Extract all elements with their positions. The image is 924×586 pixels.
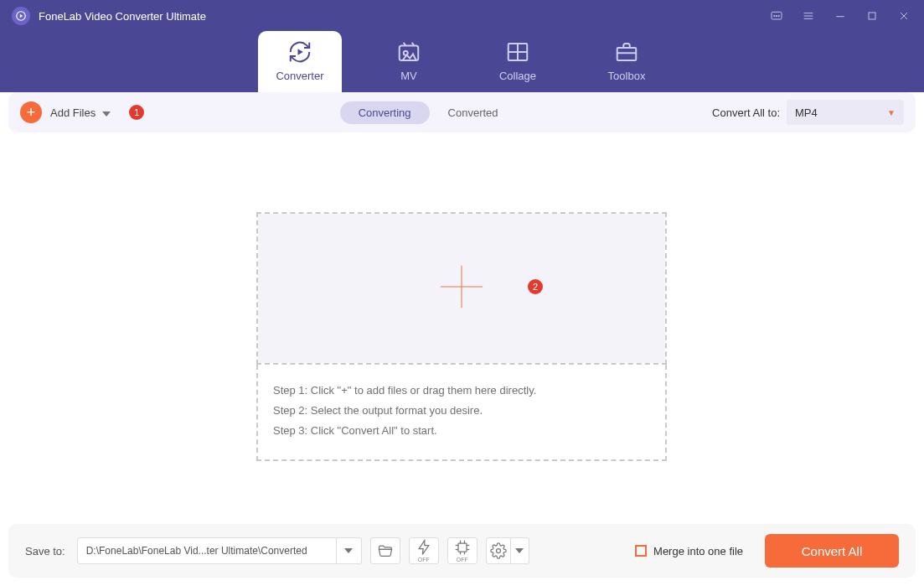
settings-button[interactable] — [486, 537, 511, 564]
feedback-icon[interactable] — [770, 9, 783, 23]
save-path-dropdown[interactable] — [337, 537, 362, 564]
checkbox-icon — [635, 545, 647, 557]
annotation-badge-1: 1 — [129, 105, 144, 120]
nav-collage-label: Collage — [499, 70, 536, 82]
collage-icon — [505, 39, 530, 65]
svg-point-5 — [778, 15, 779, 16]
convert-all-to-label: Convert All to: — [712, 106, 780, 119]
title-bar: FoneLab Video Converter Ultimate — [0, 0, 924, 32]
nav-converter[interactable]: Converter — [258, 31, 342, 92]
converter-icon — [287, 39, 312, 65]
plus-icon: + — [20, 101, 42, 123]
output-format-select[interactable]: MP4 ▼ — [787, 100, 904, 125]
svg-rect-21 — [617, 48, 637, 60]
svg-marker-13 — [298, 49, 303, 55]
nav-converter-label: Converter — [276, 70, 323, 82]
nav-toolbox-label: Toolbox — [608, 70, 646, 82]
menu-icon[interactable] — [802, 9, 815, 23]
footer-bar: Save to: D:\FoneLab\FoneLab Vid...ter Ul… — [8, 524, 916, 578]
svg-point-4 — [776, 15, 777, 16]
app-logo — [12, 7, 30, 25]
nav-mv[interactable]: MV — [367, 31, 451, 92]
high-speed-toggle[interactable]: OFF — [409, 537, 439, 564]
big-plus-icon[interactable] — [437, 262, 486, 314]
step-1: Step 1: Click "+" to add files or drag t… — [273, 383, 650, 398]
header: FoneLab Video Converter Ultimate — [0, 0, 924, 92]
instructions: Step 1: Click "+" to add files or drag t… — [258, 365, 665, 459]
svg-marker-25 — [419, 541, 429, 555]
high-speed-off-label: OFF — [418, 557, 430, 563]
mv-icon — [396, 39, 421, 65]
settings-dropdown[interactable] — [511, 537, 529, 564]
svg-rect-10 — [869, 13, 875, 19]
convert-all-button[interactable]: Convert All — [765, 534, 899, 568]
tab-converting[interactable]: Converting — [340, 101, 430, 124]
toolbar: + Add Files 1 Converting Converted Conve… — [8, 92, 916, 132]
nav-mv-label: MV — [400, 70, 417, 82]
status-segment: Converting Converted — [340, 101, 517, 124]
annotation-badge-2: 2 — [528, 279, 543, 294]
main-area: 2 Step 1: Click "+" to add files or drag… — [0, 132, 924, 524]
nav-collage[interactable]: Collage — [476, 31, 560, 92]
add-files-button[interactable]: + Add Files — [20, 101, 111, 123]
save-path-field[interactable]: D:\FoneLab\FoneLab Vid...ter Ultimate\Co… — [77, 537, 337, 564]
window-controls — [770, 9, 911, 23]
save-to-label: Save to: — [25, 545, 65, 557]
drop-zone[interactable]: 2 — [256, 212, 667, 365]
close-button[interactable] — [897, 9, 911, 23]
maximize-button[interactable] — [865, 9, 879, 23]
chevron-down-icon: ▼ — [887, 108, 896, 117]
nav-toolbox[interactable]: Toolbox — [585, 31, 668, 92]
gpu-off-label: OFF — [457, 557, 468, 563]
minimize-button[interactable] — [834, 9, 847, 23]
toolbox-icon — [614, 39, 639, 65]
tab-converted[interactable]: Converted — [430, 101, 517, 124]
add-files-label: Add Files — [50, 106, 95, 119]
gpu-accel-toggle[interactable]: OFF — [447, 537, 477, 564]
app-title: FoneLab Video Converter Ultimate — [39, 10, 770, 23]
svg-point-3 — [774, 15, 775, 16]
step-2: Step 2: Select the output format you des… — [273, 403, 650, 418]
svg-point-35 — [496, 549, 500, 553]
output-format-value: MP4 — [795, 106, 818, 119]
main-nav: Converter MV Collage Toolbox — [0, 32, 924, 92]
step-3: Step 3: Click "Convert All" to start. — [273, 423, 650, 438]
chevron-down-icon — [102, 105, 111, 120]
open-folder-button[interactable] — [370, 537, 400, 564]
merge-label: Merge into one file — [653, 545, 743, 557]
svg-rect-26 — [458, 543, 467, 552]
svg-marker-1 — [20, 14, 23, 18]
merge-checkbox[interactable]: Merge into one file — [635, 545, 743, 557]
